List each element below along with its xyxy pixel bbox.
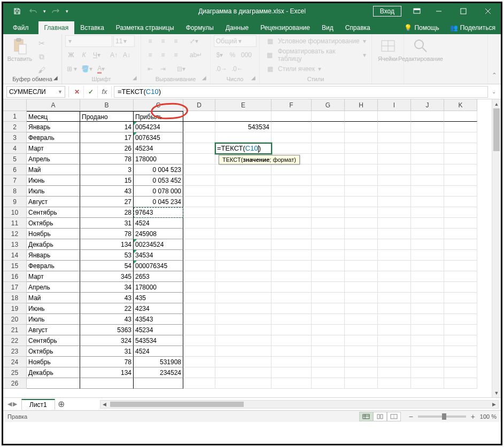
cell[interactable] xyxy=(345,367,378,378)
tab-help[interactable]: Справка xyxy=(339,21,376,34)
cell[interactable]: 54 xyxy=(80,261,134,271)
cell[interactable] xyxy=(444,197,477,207)
cell[interactable] xyxy=(183,303,215,314)
cell[interactable] xyxy=(345,293,378,303)
cell[interactable] xyxy=(411,346,444,357)
cell[interactable] xyxy=(411,218,444,229)
cell[interactable] xyxy=(345,378,378,389)
cell[interactable] xyxy=(345,143,378,154)
row-header-23[interactable]: 23 xyxy=(3,346,27,357)
cell[interactable] xyxy=(312,122,345,132)
cell[interactable] xyxy=(378,271,411,282)
cell[interactable] xyxy=(411,122,444,132)
cell[interactable]: 234524 xyxy=(134,367,183,378)
cell[interactable] xyxy=(312,271,345,282)
cell[interactable] xyxy=(345,357,378,367)
cell[interactable] xyxy=(312,154,345,164)
cell[interactable] xyxy=(378,261,411,271)
cell[interactable] xyxy=(411,271,444,282)
cell[interactable] xyxy=(345,164,378,175)
cell[interactable] xyxy=(183,175,215,186)
cell[interactable] xyxy=(272,261,312,271)
cell[interactable] xyxy=(444,303,477,314)
cell[interactable] xyxy=(312,250,345,261)
cell[interactable] xyxy=(345,154,378,164)
cell[interactable]: 22 xyxy=(80,303,134,314)
cell[interactable]: 00234524 xyxy=(134,239,183,250)
cell[interactable] xyxy=(312,346,345,357)
row-header-17[interactable]: 17 xyxy=(3,282,27,293)
row-header-8[interactable]: 8 xyxy=(3,186,27,197)
cell[interactable] xyxy=(411,335,444,346)
scroll-down-button[interactable]: ▼ xyxy=(492,388,501,397)
cell[interactable]: Февраль xyxy=(27,261,80,271)
cell[interactable] xyxy=(312,282,345,293)
cell[interactable] xyxy=(411,197,444,207)
cell[interactable] xyxy=(378,175,411,186)
cell[interactable] xyxy=(411,111,444,122)
cell[interactable]: 178000 xyxy=(134,154,183,164)
hscroll-right-button[interactable]: ▶ xyxy=(490,401,498,408)
cell[interactable] xyxy=(345,314,378,325)
cell[interactable] xyxy=(411,186,444,197)
cell[interactable] xyxy=(183,229,215,239)
cell[interactable] xyxy=(272,229,312,239)
cell[interactable] xyxy=(272,335,312,346)
cell[interactable] xyxy=(215,357,272,367)
select-all-button[interactable] xyxy=(3,99,27,111)
cell[interactable] xyxy=(183,346,215,357)
cell[interactable]: 17 xyxy=(80,132,134,143)
row-header-20[interactable]: 20 xyxy=(3,314,27,325)
cell[interactable]: 0 045 234 xyxy=(134,197,183,207)
col-header-F[interactable]: F xyxy=(272,99,312,111)
cell[interactable]: 15 xyxy=(80,175,134,186)
cell[interactable] xyxy=(444,314,477,325)
cell[interactable] xyxy=(312,197,345,207)
cell[interactable] xyxy=(411,132,444,143)
cell[interactable] xyxy=(183,357,215,367)
row-header-14[interactable]: 14 xyxy=(3,250,27,261)
cell[interactable] xyxy=(378,325,411,335)
sheet-tab-active[interactable]: Лист1 xyxy=(21,399,55,410)
cell[interactable] xyxy=(312,261,345,271)
cell[interactable] xyxy=(312,314,345,325)
cell[interactable]: Май xyxy=(27,293,80,303)
cell[interactable] xyxy=(378,154,411,164)
row-header-19[interactable]: 19 xyxy=(3,303,27,314)
col-header-E[interactable]: E xyxy=(215,99,272,111)
cell[interactable] xyxy=(272,303,312,314)
cell[interactable] xyxy=(272,346,312,357)
cell[interactable]: 97643 xyxy=(134,207,183,218)
cell[interactable]: 2653 xyxy=(134,271,183,282)
insert-function-button[interactable]: fx xyxy=(98,86,112,98)
cell[interactable]: Апрель xyxy=(27,154,80,164)
cell[interactable] xyxy=(215,346,272,357)
cell[interactable] xyxy=(183,111,215,122)
cell[interactable] xyxy=(378,229,411,239)
cell[interactable]: Январь xyxy=(27,250,80,261)
cell[interactable]: 178000 xyxy=(134,282,183,293)
cell[interactable]: 78 xyxy=(80,229,134,239)
cell[interactable] xyxy=(183,197,215,207)
cell[interactable] xyxy=(345,207,378,218)
ribbon-options-icon[interactable] xyxy=(408,3,426,19)
cell[interactable]: Продано xyxy=(80,111,134,122)
cell[interactable]: 45234 xyxy=(134,143,183,154)
cell[interactable] xyxy=(444,164,477,175)
cell[interactable]: Сентябрь xyxy=(27,335,80,346)
cell[interactable] xyxy=(312,207,345,218)
row-header-5[interactable]: 5 xyxy=(3,154,27,164)
cell[interactable]: 0 053 452 xyxy=(134,175,183,186)
cell[interactable] xyxy=(272,314,312,325)
cell[interactable] xyxy=(378,186,411,197)
close-button[interactable] xyxy=(476,3,500,19)
signin-button[interactable]: Вход xyxy=(373,6,401,17)
cell[interactable]: Август xyxy=(27,325,80,335)
row-header-26[interactable]: 26 xyxy=(3,378,27,389)
row-header-24[interactable]: 24 xyxy=(3,357,27,367)
cell[interactable] xyxy=(345,282,378,293)
cell[interactable]: 543534 xyxy=(134,335,183,346)
cell[interactable] xyxy=(378,378,411,389)
cell[interactable]: 5363 xyxy=(80,325,134,335)
cell[interactable] xyxy=(312,143,345,154)
